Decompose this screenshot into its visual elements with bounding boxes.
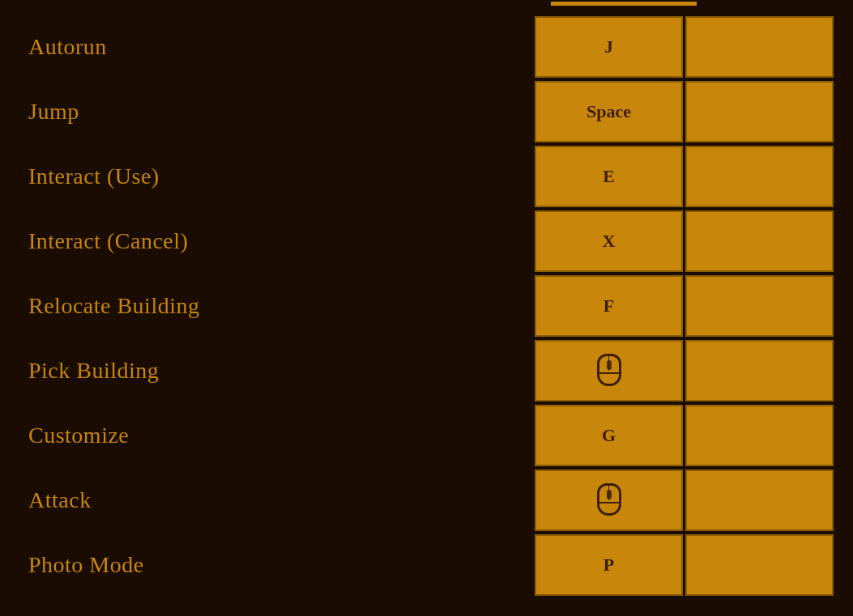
keybind-label-customize: Customize	[0, 423, 535, 448]
keybind-buttons-interact-use: E	[535, 146, 834, 207]
keybind-row-photo-mode: Photo Mode P	[0, 533, 853, 597]
secondary-key-photo-mode[interactable]	[685, 534, 834, 596]
primary-key-customize[interactable]: G	[535, 405, 683, 466]
primary-key-pick-building[interactable]	[535, 340, 683, 401]
primary-key-attack[interactable]	[535, 469, 683, 531]
secondary-key-attack[interactable]	[685, 469, 834, 531]
middle-mouse-icon	[596, 354, 622, 388]
keybind-label-autorun: Autorun	[0, 34, 535, 60]
primary-key-relocate-building[interactable]: F	[535, 275, 683, 337]
keybind-buttons-autorun: J	[535, 16, 834, 78]
primary-key-text-relocate-building: F	[603, 295, 614, 316]
primary-key-text-interact-cancel: X	[603, 231, 616, 252]
keybind-buttons-photo-mode: P	[535, 534, 834, 596]
keybind-row-customize: Customize G	[0, 403, 853, 468]
keybind-row-jump: Jump Space	[0, 79, 853, 144]
primary-key-interact-use[interactable]: E	[535, 146, 683, 207]
mouse-divider-attack	[599, 502, 619, 503]
keybind-row-attack: Attack	[0, 468, 853, 533]
keybind-label-attack: Attack	[0, 487, 535, 513]
secondary-key-relocate-building[interactable]	[685, 275, 834, 337]
mouse-body-attack	[597, 483, 621, 516]
mouse-scroll-attack	[607, 490, 612, 499]
primary-key-text-jump: Space	[586, 101, 631, 122]
keybind-row-pick-building: Pick Building	[0, 338, 853, 403]
secondary-key-pick-building[interactable]	[685, 340, 834, 401]
primary-key-text-interact-use: E	[603, 166, 615, 187]
primary-key-text-photo-mode: P	[603, 554, 614, 576]
mouse-body-pick	[597, 354, 621, 386]
primary-key-interact-cancel[interactable]: X	[535, 210, 683, 272]
secondary-key-interact-use[interactable]	[685, 146, 834, 207]
keybind-buttons-customize: G	[535, 405, 834, 466]
secondary-key-interact-cancel[interactable]	[685, 210, 834, 272]
keybind-label-pick-building: Pick Building	[0, 358, 535, 384]
secondary-key-jump[interactable]	[685, 81, 834, 142]
primary-key-text-customize: G	[602, 425, 616, 446]
mouse-scroll-pick	[607, 360, 612, 370]
keybind-label-interact-cancel: Interact (Cancel)	[0, 228, 535, 254]
secondary-key-customize[interactable]	[685, 405, 834, 466]
primary-key-autorun[interactable]: J	[535, 16, 683, 78]
keybind-row-interact-use: Interact (Use) E	[0, 144, 853, 209]
keybind-buttons-relocate-building: F	[535, 275, 834, 337]
primary-key-jump[interactable]: Space	[535, 81, 683, 142]
keybind-label-photo-mode: Photo Mode	[0, 552, 535, 578]
keybind-row-relocate-building: Relocate Building F	[0, 274, 853, 338]
keybind-row-autorun: Autorun J	[0, 15, 853, 79]
keybind-row-interact-cancel: Interact (Cancel) X	[0, 209, 853, 274]
keybind-list: Autorun J Jump Space	[0, 0, 853, 597]
keybind-buttons-pick-building	[535, 340, 834, 401]
keybinds-screen: Autorun J Jump Space	[0, 0, 853, 616]
keybind-label-relocate-building: Relocate Building	[0, 293, 535, 319]
middle-mouse-icon-attack	[596, 483, 622, 517]
keybind-buttons-jump: Space	[535, 81, 834, 142]
keybind-buttons-attack	[535, 469, 834, 531]
keybind-label-jump: Jump	[0, 99, 535, 125]
secondary-key-autorun[interactable]	[685, 16, 834, 78]
primary-key-photo-mode[interactable]: P	[535, 534, 683, 596]
keybind-label-interact-use: Interact (Use)	[0, 164, 535, 189]
top-bar-highlight	[551, 2, 697, 6]
mouse-divider-pick	[599, 372, 619, 374]
keybind-buttons-interact-cancel: X	[535, 210, 834, 272]
primary-key-text-autorun: J	[604, 36, 613, 57]
